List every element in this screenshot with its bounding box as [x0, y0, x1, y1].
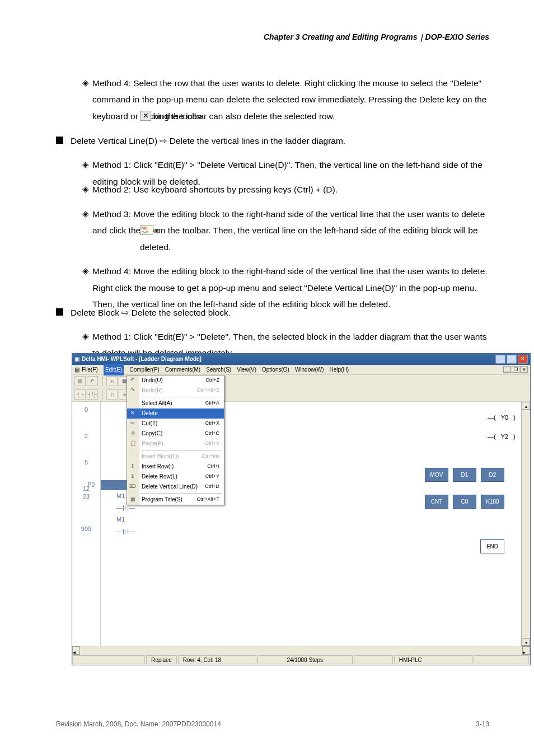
- menu-item-undo[interactable]: ↶Undo(U)Ctrl+Z: [127, 375, 224, 386]
- menu-item-redo[interactable]: ↷Redo(R)Ctrl+Alt+Z: [127, 386, 224, 396]
- cnt-counter: C0: [453, 495, 476, 509]
- header-separator: ｜: [418, 32, 425, 41]
- toolbar-icon[interactable]: ┤├: [74, 389, 86, 400]
- mdi-restore-button[interactable]: ❐: [512, 366, 519, 373]
- diamond-bullet-icon: ◈: [82, 75, 89, 125]
- menu-separator: [140, 397, 222, 397]
- row-num: 999: [72, 523, 100, 550]
- app-screenshot: ▣ Delta HMI- WPLSoft - [Ladder Diagram M…: [72, 353, 531, 665]
- app-icon: ▣: [74, 354, 79, 364]
- horizontal-scrollbar[interactable]: ◂ ▸: [72, 646, 530, 655]
- selection-highlight: [101, 480, 128, 490]
- scroll-right-button[interactable]: ▸: [522, 646, 530, 655]
- toolbar-icon[interactable]: ↶: [87, 376, 98, 386]
- menu-item-delete-vline[interactable]: ⌦Delete Vertical Line(D)Ctrl+D: [127, 482, 224, 492]
- menu-comments[interactable]: Comments(M): [165, 364, 200, 375]
- vline-method-1: ◈ Method 1: Click "Edit(E)" > "Delete Ve…: [82, 157, 489, 173]
- square-bullet-icon: [56, 308, 63, 316]
- page-footer: Revision March, 2008, Doc. Name: 2007PDD…: [56, 720, 489, 728]
- menu-separator: [140, 493, 222, 494]
- page-header: Chapter 3 Creating and Editing Programs｜…: [56, 32, 489, 43]
- svg-text:C+D: C+D: [142, 231, 149, 234]
- footer-revision: Revision March, 2008, Doc. Name: 2007PDD…: [56, 720, 221, 728]
- row-num: 5: [72, 457, 100, 483]
- delete-row-icon: ↥: [129, 473, 137, 481]
- window-titlebar: ▣ Delta HMI- WPLSoft - [Ladder Diagram M…: [72, 354, 530, 365]
- end-instruction: END: [480, 539, 504, 553]
- close-button[interactable]: ✕: [518, 355, 528, 364]
- edit-dropdown-menu: ↶Undo(U)Ctrl+Z ↷Redo(R)Ctrl+Alt+Z Select…: [127, 375, 224, 505]
- menubar: ▤ File(F) Edit(E) Compiler(P) Comments(M…: [72, 365, 530, 375]
- status-empty: [72, 655, 145, 664]
- menu-item-select-all[interactable]: Select All(A)Ctrl+A: [127, 398, 224, 408]
- menu-file[interactable]: File(F): [82, 364, 98, 375]
- vline-method-4: ◈ Method 4: Move the editing block to th…: [82, 263, 489, 296]
- method-4-row-delete: ◈ Method 4: Select the row that the user…: [82, 75, 489, 125]
- delete-vline-icon: ⌦: [129, 483, 137, 491]
- delete-vertical-line-heading: Delete Vertical Line(D) ⇨ Delete the ver…: [56, 133, 489, 149]
- status-position: Row: 4, Col: 18: [178, 655, 256, 664]
- heading-text: Delete Block ⇨ Delete the selected block…: [71, 304, 231, 321]
- square-bullet-icon: [56, 137, 63, 144]
- toolbar-icon[interactable]: ┤/├: [87, 389, 98, 400]
- menu-help[interactable]: Help(H): [330, 364, 349, 375]
- mdi-close-button[interactable]: ✕: [520, 366, 528, 373]
- svg-text:DEL: DEL: [142, 227, 148, 230]
- vline-method-3: ◈ Method 3: Move the editing block to th…: [82, 206, 489, 256]
- menu-item-delete[interactable]: ✕Delete: [127, 408, 224, 419]
- chapter-title: Chapter 3 Creating and Editing Programs: [264, 32, 418, 41]
- status-empty2: [354, 655, 393, 664]
- menu-view[interactable]: View(V): [237, 364, 256, 375]
- toolbar-icon[interactable]: ⎌: [106, 376, 118, 386]
- status-mode: Replace: [146, 655, 177, 664]
- title-icon: ▦: [129, 496, 137, 504]
- delete-x-icon: ✕: [140, 111, 151, 121]
- diamond-bullet-icon: ◈: [82, 181, 89, 198]
- menu-compiler[interactable]: Compiler(P): [129, 364, 159, 375]
- heading-text: Delete Vertical Line(D) ⇨ Delete the ver…: [71, 133, 345, 149]
- diamond-bullet-icon: ◈: [82, 263, 89, 296]
- scroll-down-button[interactable]: ▾: [522, 638, 530, 646]
- footer-page-number: 3-13: [476, 720, 489, 728]
- mdi-minimize-button[interactable]: _: [503, 366, 511, 373]
- method-4-text-part2: on the toolbar can also delete the selec…: [153, 111, 335, 121]
- menu-edit[interactable]: Edit(E): [104, 364, 124, 375]
- maximize-button[interactable]: ❐: [507, 355, 517, 364]
- output-coil-y0: —( Y0 ): [488, 412, 516, 424]
- menu-item-copy[interactable]: ⎘Copy(C)Ctrl+C: [127, 429, 224, 439]
- menu-item-insert-block[interactable]: Insert Block(O)Ctrl+Ins: [127, 452, 224, 462]
- menu-separator: [140, 450, 222, 450]
- scroll-left-button[interactable]: ◂: [72, 646, 80, 655]
- toolbar-icon[interactable]: ⎍: [106, 389, 118, 400]
- delete-vline-toolbar-icon: DELC+D: [140, 225, 153, 235]
- row-num: 23: [72, 491, 100, 523]
- row-num: 2: [72, 430, 100, 457]
- menu-item-insert-row[interactable]: ↧Insert Row(I)Ctrl+I: [127, 462, 224, 472]
- minimize-button[interactable]: _: [495, 355, 505, 364]
- menu-item-program-title[interactable]: ▦Program Title(S)Ctrl+Alt+T: [127, 495, 224, 505]
- cut-icon: ✂: [129, 420, 137, 428]
- mov-instruction: MOV: [425, 468, 448, 482]
- block-method-1: ◈ Method 1: Click "Edit(E)" > "Delete". …: [82, 328, 489, 345]
- menu-item-paste[interactable]: 📋Paste(P)Ctrl+V: [127, 439, 224, 449]
- menu-window[interactable]: Window(W): [295, 364, 324, 375]
- menu-item-delete-row[interactable]: ↥Delete Row(L)Ctrl+Y: [127, 472, 224, 482]
- diamond-bullet-icon: ◈: [82, 328, 89, 345]
- output-coil-y2: —( Y2 ): [488, 431, 516, 443]
- redo-icon: ↷: [129, 387, 137, 395]
- scroll-up-button[interactable]: ▴: [522, 402, 530, 410]
- menu-search[interactable]: Search(S): [206, 364, 231, 375]
- series-name: DOP-EXIO Series: [425, 32, 489, 41]
- row-number-gutter: 0 2 5 12 P0 23 999: [72, 402, 100, 646]
- mov-src: D1: [453, 468, 476, 482]
- delete-icon: ✕: [129, 410, 137, 417]
- vertical-scrollbar[interactable]: ▴ ▾: [521, 402, 530, 646]
- toolbar-icon[interactable]: ▤: [74, 376, 86, 386]
- insert-row-icon: ↧: [129, 463, 137, 471]
- copy-icon: ⎘: [129, 430, 137, 438]
- menu-options[interactable]: Options(O): [262, 364, 289, 375]
- paste-icon: 📋: [129, 440, 137, 448]
- status-empty3: [474, 655, 529, 664]
- row-num: 0: [72, 404, 100, 430]
- menu-item-cut[interactable]: ✂Cut(T)Ctrl+X: [127, 419, 224, 429]
